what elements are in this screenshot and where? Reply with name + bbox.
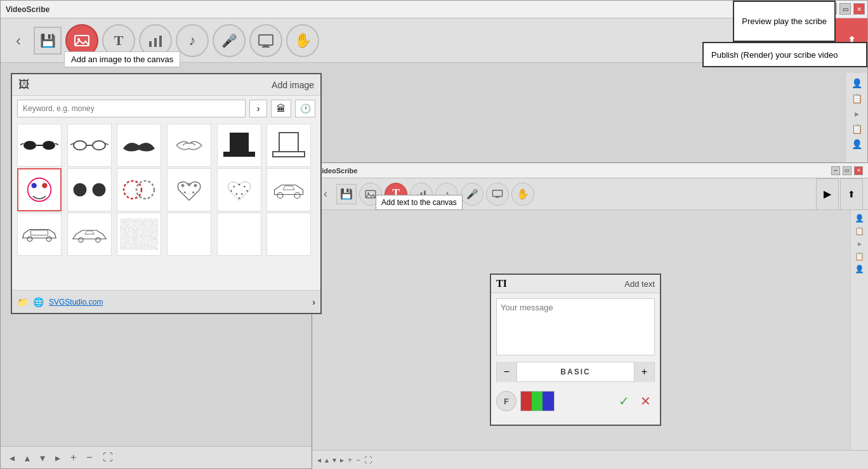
second-nav-right[interactable]: ▸ — [340, 456, 344, 465]
message-textarea[interactable] — [496, 298, 655, 355]
image-cell-tophat-outline[interactable] — [266, 124, 311, 167]
nav-right-button[interactable]: ▸ — [53, 451, 63, 465]
second-right-panel: 👤 📋 ▸ 📋 👤 — [850, 210, 868, 450]
second-close-button[interactable]: ✕ — [854, 166, 863, 175]
svg-point-27 — [124, 181, 141, 199]
second-toolbar-hand-button[interactable]: ✋ — [511, 183, 534, 206]
toolbar-music-button[interactable]: ♪ — [176, 24, 209, 57]
library-tab-button[interactable]: 🏛 — [271, 100, 291, 117]
image-cell-dots[interactable] — [67, 168, 112, 211]
second-save-button[interactable]: 💾 — [336, 184, 357, 204]
second-restore-button[interactable]: ▭ — [843, 166, 852, 175]
second-right-icon-3[interactable]: ▸ — [858, 239, 862, 248]
second-right-icon-4[interactable]: 📋 — [855, 252, 864, 261]
right-icon-4[interactable]: 📋 — [852, 124, 862, 134]
second-toolbar-voice-button[interactable]: 🎤 — [461, 183, 483, 206]
save-button[interactable]: 💾 — [34, 27, 62, 55]
font-size-row: − BASIC + — [496, 362, 655, 382]
confirm-button[interactable]: ✓ — [614, 392, 633, 411]
font-size-plus-button[interactable]: + — [634, 362, 654, 382]
svg-point-37 — [230, 190, 232, 192]
second-zoom-out[interactable]: − — [356, 456, 360, 465]
back-button[interactable]: ‹ — [7, 29, 30, 52]
second-publish-button[interactable]: ⬆ — [840, 178, 863, 210]
second-fit-screen[interactable]: ⛶ — [364, 456, 372, 465]
second-nav-up[interactable]: ▴ — [325, 456, 329, 465]
right-icon-3[interactable]: ▸ — [855, 109, 859, 119]
image-cell-glasses-dark[interactable] — [17, 124, 62, 167]
search-arrow-button[interactable]: › — [249, 100, 267, 117]
svg-point-14 — [93, 141, 105, 150]
svg-point-32 — [184, 192, 186, 194]
image-cell-tophat-filled[interactable] — [217, 124, 261, 167]
dialog-title: Add text — [511, 279, 655, 289]
toolbar-preview-button[interactable] — [249, 24, 282, 57]
nav-left-button[interactable]: ◂ — [7, 451, 17, 465]
svg-line-12 — [55, 143, 58, 145]
svg-point-25 — [73, 183, 86, 197]
cancel-button[interactable]: ✕ — [636, 392, 655, 411]
zoom-in-button[interactable]: + — [68, 451, 79, 465]
image-cell-emoji[interactable] — [17, 168, 62, 211]
svg-point-29 — [181, 184, 184, 187]
panel-expand-arrow[interactable]: › — [312, 297, 315, 307]
svg-rect-4 — [159, 36, 162, 47]
image-cell-lips[interactable] — [167, 124, 211, 167]
image-cell-heart-dots[interactable] — [217, 168, 261, 211]
second-right-icon-2[interactable]: 📋 — [855, 227, 864, 235]
second-right-icon-5[interactable]: 👤 — [855, 265, 864, 274]
right-icon-2[interactable]: 📋 — [852, 93, 862, 103]
color-picker-button[interactable] — [520, 391, 555, 411]
second-zoom-in[interactable]: + — [348, 456, 352, 465]
image-cell-mustache[interactable] — [117, 124, 161, 167]
recent-tab-button[interactable]: 🕐 — [295, 100, 315, 117]
svg-rect-46 — [31, 230, 48, 235]
font-select-button[interactable]: F — [496, 391, 516, 411]
toolbar-hand-button[interactable]: ✋ — [286, 24, 319, 57]
image-cell-heart-flower[interactable] — [167, 168, 211, 211]
dialog-header: TI Add text — [491, 275, 660, 293]
search-input[interactable] — [17, 100, 246, 117]
svg-point-9 — [43, 141, 55, 150]
nav-up-button[interactable]: ▴ — [22, 451, 32, 465]
image-cell-empty3[interactable] — [266, 213, 311, 256]
font-size-minus-button[interactable]: − — [497, 362, 517, 382]
fit-screen-button[interactable]: ⛶ — [100, 451, 115, 465]
image-cell-empty1[interactable] — [167, 213, 211, 256]
second-bottom-toolbar: ◂ ▴ ▾ ▸ + − ⛶ — [312, 450, 868, 469]
second-toolbar-preview-button[interactable] — [486, 183, 509, 206]
svg-point-45 — [46, 237, 51, 242]
main-window: VideoScribe ─ ▭ ✕ ‹ 💾 T ♪ 🎤 ✋ — [0, 0, 868, 469]
second-minimize-button[interactable]: ─ — [831, 166, 840, 175]
image-cell-glasses-outline[interactable] — [67, 124, 112, 167]
footer-link[interactable]: SVGStudio.com — [49, 298, 103, 307]
second-nav-left[interactable]: ◂ — [317, 456, 321, 465]
svg-point-47 — [78, 237, 83, 242]
nav-down-button[interactable]: ▾ — [37, 451, 48, 465]
svg-point-8 — [23, 141, 36, 150]
svg-point-23 — [32, 183, 37, 188]
image-cell-car3[interactable] — [67, 213, 112, 256]
right-icon-1[interactable]: 👤 — [852, 78, 862, 88]
svg-point-26 — [92, 183, 105, 197]
folder-icon[interactable]: 📁 — [17, 297, 28, 307]
right-icon-5[interactable]: 👤 — [852, 139, 862, 149]
second-nav-down[interactable]: ▾ — [332, 456, 336, 465]
image-cell-rings[interactable] — [117, 168, 161, 211]
image-cell-car2[interactable] — [17, 213, 62, 256]
image-cell-empty2[interactable] — [217, 213, 261, 256]
app-title: VideoScribe — [6, 5, 49, 14]
image-cell-car1[interactable] — [266, 168, 311, 211]
restore-button[interactable]: ▭ — [839, 3, 851, 15]
web-icon[interactable]: 🌐 — [33, 297, 44, 307]
svg-rect-21 — [273, 152, 305, 157]
svg-point-36 — [244, 186, 246, 188]
svg-point-31 — [187, 183, 190, 186]
second-canvas[interactable]: TI Add text − BASIC + F — [312, 210, 868, 450]
zoom-out-button[interactable]: − — [84, 451, 95, 465]
second-right-icon-1[interactable]: 👤 — [855, 214, 864, 223]
image-cell-texture[interactable] — [117, 213, 161, 256]
close-button[interactable]: ✕ — [853, 3, 865, 15]
second-play-button[interactable]: ▶ — [816, 178, 839, 210]
toolbar-voice-button[interactable]: 🎤 — [213, 24, 246, 57]
